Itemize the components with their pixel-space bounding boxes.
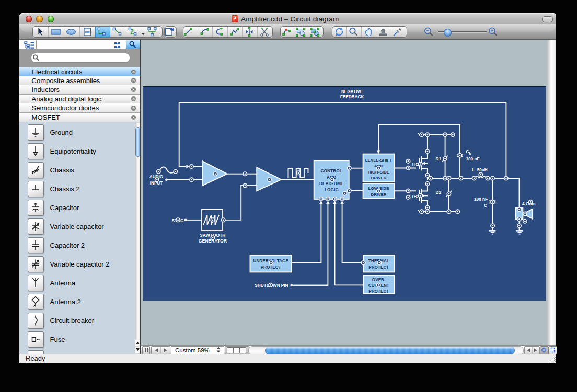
svg-text:OVER-: OVER- (372, 278, 385, 282)
svg-text:L 50uH: L 50uH (472, 168, 488, 172)
svg-text:CONTROL: CONTROL (320, 168, 342, 174)
svg-text:C: C (484, 203, 487, 208)
svg-text:PROTECT: PROTECT (260, 265, 281, 270)
svg-text:D2: D2 (435, 190, 441, 195)
svg-text:DRIVER: DRIVER (371, 176, 386, 180)
svg-text:b: b (469, 152, 471, 155)
svg-text:LEVEL-SHIFT: LEVEL-SHIFT (365, 158, 392, 163)
svg-text:PROTECT: PROTECT (368, 289, 389, 294)
svg-text:LOGIC: LOGIC (324, 187, 338, 192)
svg-text:100 nF: 100 nF (474, 197, 488, 202)
svg-text:100 nF: 100 nF (466, 157, 479, 162)
svg-text:PROTECT: PROTECT (368, 265, 389, 270)
svg-text:NEGATIVE: NEGATIVE (341, 89, 363, 94)
svg-text:D1: D1 (435, 157, 441, 162)
svg-text:FEEDBACK: FEEDBACK (340, 95, 364, 99)
